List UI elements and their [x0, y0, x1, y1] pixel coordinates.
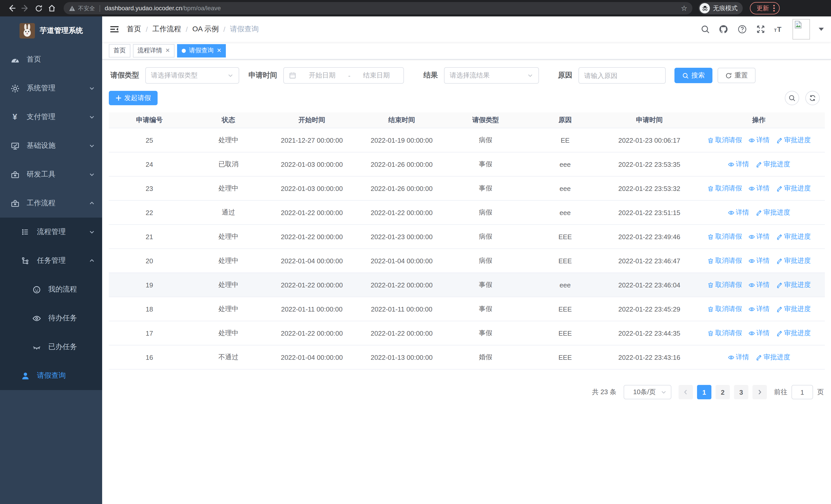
sidebar-item-label: 基础设施 [27, 141, 89, 150]
page-button-1[interactable]: 1 [697, 385, 711, 399]
cell-actions: 取消请假详情审批进度 [693, 256, 825, 265]
table-refresh-button[interactable] [805, 91, 820, 105]
sidebar-fold-icon[interactable] [109, 24, 120, 34]
edit-action-link[interactable]: 审批进度 [755, 353, 790, 362]
cell-reason: EEE [524, 329, 606, 337]
start-date-placeholder[interactable]: 开始日期 [300, 71, 344, 80]
sidebar-item-home[interactable]: 首页 [0, 45, 102, 74]
end-date-placeholder[interactable]: 结束日期 [354, 71, 398, 80]
incognito-badge: 无痕模式 [698, 2, 743, 14]
user-avatar[interactable] [793, 19, 810, 39]
leave-type-select[interactable]: 请选择请假类型 [145, 67, 239, 84]
reset-button[interactable]: 重置 [718, 68, 755, 83]
cell-type: 事假 [447, 184, 524, 193]
tab-process-detail[interactable]: 流程详情✕ [133, 44, 174, 57]
header-reason: 原因 [524, 116, 606, 125]
next-page-button[interactable] [752, 385, 767, 399]
fullscreen-icon[interactable] [755, 24, 765, 34]
view-action-link[interactable]: 详情 [748, 304, 770, 314]
edit-action-link[interactable]: 审批进度 [776, 304, 811, 314]
view-action-link[interactable]: 详情 [727, 208, 749, 217]
sidebar-item-infrastructure[interactable]: 基础设施 [0, 131, 102, 160]
delete-action-link[interactable]: 取消请假 [707, 232, 742, 241]
sidebar-item-task-mgmt[interactable]: 任务管理 [0, 246, 102, 275]
browser-forward-button[interactable] [19, 2, 32, 15]
sidebar-item-payment[interactable]: ¥ 支付管理 [0, 102, 102, 131]
view-action-link[interactable]: 详情 [727, 159, 749, 169]
breadcrumb-workflow[interactable]: 工作流程 [152, 25, 181, 34]
browser-reload-button[interactable] [32, 2, 45, 15]
eye-closed-icon [32, 342, 41, 352]
view-action-link[interactable]: 详情 [748, 328, 770, 338]
address-bar[interactable]: 不安全 dashboard.yudao.iocoder.cn/bpm/oa/le… [64, 2, 692, 14]
view-action-link[interactable]: 详情 [748, 280, 770, 290]
search-icon[interactable] [700, 24, 710, 34]
sidebar-item-process-mgmt[interactable]: 流程管理 [0, 217, 102, 246]
goto-page-input[interactable] [792, 385, 813, 399]
delete-action-link[interactable]: 取消请假 [707, 184, 742, 193]
edit-action-link[interactable]: 审批进度 [776, 256, 811, 265]
edit-action-link[interactable]: 审批进度 [776, 328, 811, 338]
table-search-toggle-button[interactable] [785, 91, 799, 105]
edit-action-link[interactable]: 审批进度 [776, 136, 811, 145]
chevron-up-icon [89, 258, 95, 264]
close-icon[interactable]: ✕ [217, 48, 221, 53]
logo-rabbit-image [19, 23, 35, 38]
result-select[interactable]: 请选择流结果 [444, 67, 539, 84]
breadcrumb-home[interactable]: 首页 [127, 25, 141, 34]
breadcrumb-oa[interactable]: OA 示例 [193, 25, 219, 34]
bookmark-star-icon[interactable]: ☆ [681, 4, 687, 12]
help-icon[interactable] [737, 24, 747, 34]
table-row: 18处理中2022-01-11 00:00:002022-01-11 00:00… [109, 297, 825, 321]
chevron-down-icon [89, 229, 95, 235]
view-action-link[interactable]: 详情 [748, 136, 770, 145]
view-action-link[interactable]: 详情 [748, 256, 770, 265]
create-leave-button[interactable]: 发起请假 [109, 91, 157, 105]
kebab-menu-icon[interactable] [773, 4, 775, 12]
github-icon[interactable] [719, 24, 728, 34]
search-button[interactable]: 搜索 [675, 68, 712, 83]
sidebar-item-workflow[interactable]: 工作流程 [0, 189, 102, 217]
prev-page-button[interactable] [679, 385, 693, 399]
tab-leave-query[interactable]: 请假查询✕ [177, 44, 226, 57]
reason-input[interactable] [584, 71, 660, 79]
reason-label: 原因 [558, 71, 572, 80]
view-action-link[interactable]: 详情 [748, 232, 770, 241]
browser-home-button[interactable] [45, 2, 58, 15]
edit-action-link[interactable]: 审批进度 [755, 208, 790, 217]
sidebar-item-leave-query[interactable]: 请假查询 [0, 361, 102, 390]
browser-update-button[interactable]: 更新 [750, 2, 780, 14]
delete-action-link[interactable]: 取消请假 [707, 280, 742, 290]
security-status[interactable]: 不安全 [69, 4, 95, 12]
total-count: 共 23 条 [592, 387, 617, 397]
page-button-2[interactable]: 2 [716, 385, 730, 399]
sidebar-item-system[interactable]: 系统管理 [0, 74, 102, 102]
table-row: 22通过2022-01-22 00:00:002022-01-22 00:00:… [109, 200, 825, 224]
edit-action-link[interactable]: 审批进度 [755, 159, 790, 169]
browser-back-button[interactable] [5, 2, 19, 15]
cell-id: 22 [109, 209, 190, 216]
delete-action-link[interactable]: 取消请假 [707, 328, 742, 338]
edit-action-link[interactable]: 审批进度 [776, 232, 811, 241]
sidebar-item-done-tasks[interactable]: 已办任务 [0, 333, 102, 361]
font-size-icon[interactable]: TT [774, 24, 784, 34]
view-action-link[interactable]: 详情 [748, 184, 770, 193]
edit-action-link[interactable]: 审批进度 [776, 184, 811, 193]
delete-action-link[interactable]: 取消请假 [707, 304, 742, 314]
delete-action-link[interactable]: 取消请假 [707, 136, 742, 145]
page-button-3[interactable]: 3 [734, 385, 748, 399]
close-icon[interactable]: ✕ [165, 48, 170, 53]
avatar-caret-icon[interactable] [819, 27, 824, 31]
page-size-select[interactable]: 10条/页 [624, 385, 671, 399]
cell-reason: eee [524, 160, 606, 168]
cell-status: 处理中 [190, 256, 267, 265]
chevron-down-icon [661, 389, 667, 395]
apply-time-range-picker[interactable]: 开始日期 - 结束日期 [283, 67, 404, 84]
delete-action-link[interactable]: 取消请假 [707, 256, 742, 265]
sidebar-item-my-process[interactable]: 我的流程 [0, 275, 102, 304]
tab-home[interactable]: 首页 [109, 44, 131, 57]
view-action-link[interactable]: 详情 [727, 353, 749, 362]
sidebar-item-devtools[interactable]: 研发工具 [0, 160, 102, 189]
sidebar-item-todo-tasks[interactable]: 待办任务 [0, 304, 102, 333]
edit-action-link[interactable]: 审批进度 [776, 280, 811, 290]
